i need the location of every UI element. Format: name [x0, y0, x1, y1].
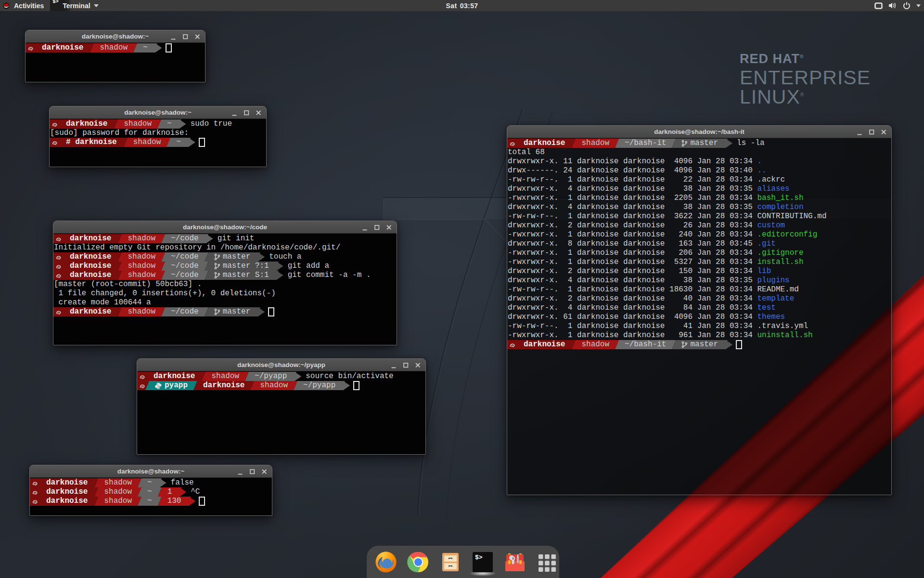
svg-text:$>: $>: [475, 554, 483, 561]
